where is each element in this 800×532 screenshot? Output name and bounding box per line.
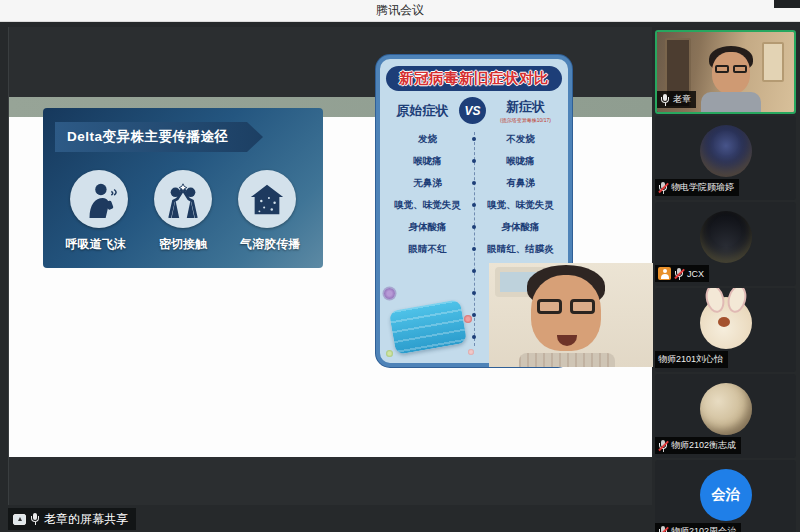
mic-muted-icon [658,440,668,452]
avatar: 会治 [700,469,752,521]
virus-icon [464,315,472,323]
poster-old-header: 原始症状 [386,102,459,120]
new-symptom: 有鼻涕 [479,177,562,190]
presenter-webcam-overlay [489,263,653,367]
slide-banner-title: Delta变异株主要传播途径 [55,128,229,146]
old-symptom: 无鼻涕 [386,177,469,190]
vs-badge: VS [459,97,486,124]
participant-label: 物师2101刘心怡 [655,351,728,368]
virus-icon [468,349,474,355]
timeline-dot [472,225,476,229]
avatar-text: 会治 [700,469,752,521]
mic-icon [660,94,670,106]
participant-name: 物师2102衡志成 [671,439,736,452]
slide-delta-transmission: Delta变异株主要传播途径 呼吸道飞沫 密切接触 气溶胶传播 [43,108,323,268]
shared-screen: Delta变异株主要传播途径 呼吸道飞沫 密切接触 气溶胶传播 新冠病毒新旧症状… [8,27,652,505]
timeline-dot [472,247,476,251]
old-symptom: 嗅觉、味觉失灵 [386,199,469,212]
timeline-dot [472,159,476,163]
participants-sidebar: 老章 物电学院顾瑜婷 JCX 物师2101刘心怡 物师2102衡志成 会 [655,30,798,532]
avatar [700,297,752,349]
new-symptom: 嗅觉、味觉失灵 [479,199,562,212]
slide-icon-row [43,170,323,228]
mic-muted-icon [674,268,684,280]
slide-label-contact: 密切接触 [159,236,207,253]
cough-person-icon [70,170,128,228]
new-symptom: 喉咙痛 [479,155,562,168]
timeline-dot [472,291,476,295]
screen-share-status: 老章的屏幕共享 [8,508,136,530]
old-symptom: 喉咙痛 [386,155,469,168]
timeline-dot [472,137,476,141]
avatar [700,125,752,177]
screenshare-icon [13,514,26,525]
participant-label: JCX [655,265,709,282]
participant-label: 老章 [657,91,696,108]
old-symptom: 眼睛不红 [386,243,469,256]
timeline-dot [472,335,476,339]
new-symptom: 眼睛红、结膜炎 [479,243,562,256]
participant-tile[interactable]: 物师2102衡志成 [655,374,796,458]
participant-name: 老章 [673,93,691,106]
background-window-corner [774,0,800,8]
old-symptom: 身体酸痛 [386,221,469,234]
symptom-row: 无鼻涕有鼻涕 [386,172,562,194]
participant-name: 物师2102周会治 [671,525,736,532]
poster-new-subheader: (德尔塔变异毒株10/17) [489,117,562,123]
virus-icon [386,350,393,357]
symptom-row: 发烧不发烧 [386,128,562,150]
timeline-dot [472,269,476,273]
new-symptom: 身体酸痛 [479,221,562,234]
virus-icon [384,288,395,299]
mic-muted-icon [658,526,668,532]
mic-icon [30,513,40,525]
avatar [700,211,752,263]
window-title: 腾讯会议 [376,2,424,19]
slide-banner: Delta变异株主要传播途径 [55,122,263,152]
mic-muted-icon [658,182,668,194]
timeline-dot [472,203,476,207]
old-symptom: 发烧 [386,133,469,146]
slide-label-aerosol: 气溶胶传播 [240,236,300,253]
participant-tile[interactable]: 物电学院顾瑜婷 [655,116,796,200]
participant-name: 物电学院顾瑜婷 [671,181,734,194]
symptom-row: 眼睛不红眼睛红、结膜炎 [386,238,562,260]
high-five-icon [154,170,212,228]
slide-label-row: 呼吸道飞沫 密切接触 气溶胶传播 [43,236,323,253]
person-badge-icon [658,267,671,280]
participant-tile[interactable]: 物师2101刘心怡 [655,288,796,372]
timeline-dot [472,181,476,185]
presenter-shirt [519,353,615,367]
window-titlebar: 腾讯会议 [0,0,800,22]
participant-tile[interactable]: 老章 [655,30,796,114]
slide-label-droplets: 呼吸道飞沫 [66,236,126,253]
screen-share-status-text: 老章的屏幕共享 [44,511,128,528]
new-symptom: 不发烧 [479,133,562,146]
participant-tile[interactable]: 会治 物师2102周会治 [655,460,796,532]
poster-header-row: 原始症状 VS 新症状 (德尔塔变异毒株10/17) [386,97,562,124]
avatar [700,383,752,435]
timeline-dot [472,313,476,317]
house-aerosol-icon [238,170,296,228]
poster-title-text: 新冠病毒新旧症状对比 [399,69,549,88]
poster-title-banner: 新冠病毒新旧症状对比 [386,66,562,91]
participant-name: JCX [687,269,704,279]
symptom-row: 身体酸痛身体酸痛 [386,216,562,238]
symptom-row: 嗅觉、味觉失灵嗅觉、味觉失灵 [386,194,562,216]
participant-tile[interactable]: JCX [655,202,796,286]
symptom-row: 喉咙痛喉咙痛 [386,150,562,172]
participant-label: 物电学院顾瑜婷 [655,179,739,196]
participant-label: 物师2102衡志成 [655,437,741,454]
presenter-glasses [537,299,595,315]
participant-label: 物师2102周会治 [655,523,741,532]
participant-name: 物师2101刘心怡 [658,353,723,366]
poster-new-header: 新症状 (德尔塔变异毒株10/17) [489,98,562,123]
